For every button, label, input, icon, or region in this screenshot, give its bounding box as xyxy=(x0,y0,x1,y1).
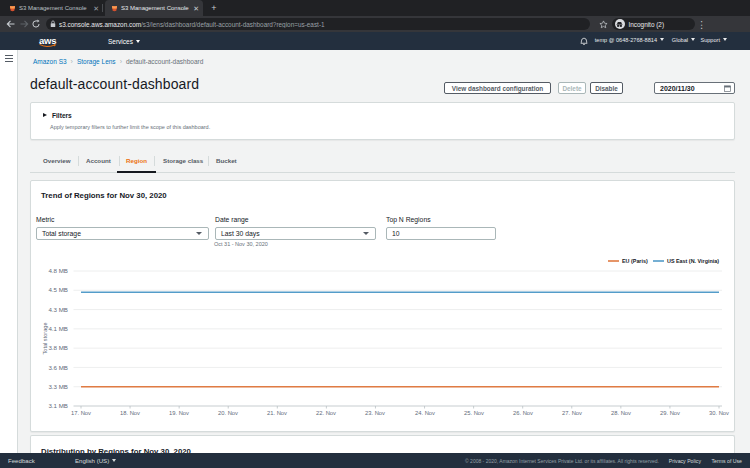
copyright-text: © 2008 - 2020, Amazon Internet Services … xyxy=(465,458,659,464)
metric-select[interactable]: Total storage xyxy=(36,227,209,240)
caret-down-icon xyxy=(112,459,116,462)
tab-separator xyxy=(102,4,103,12)
x-tick-label: 20. Nov xyxy=(218,410,238,416)
trend-line-chart: 4.8 MB4.5 MB4.3 MB4.1 MB3.8 MB3.6 MB3.3 … xyxy=(31,252,734,422)
x-tick-label: 28. Nov xyxy=(611,410,631,416)
filters-title-label: Filters xyxy=(52,112,72,119)
x-tick-label: 30. Nov xyxy=(709,410,729,416)
x-tick-label: 26. Nov xyxy=(513,410,533,416)
tab-overview[interactable]: Overview xyxy=(34,152,80,173)
y-tick-label: 4.8 MB xyxy=(48,267,68,274)
view-dashboard-configuration-button[interactable]: View dashboard configuration xyxy=(444,82,551,94)
aws-logo[interactable]: aws xyxy=(38,35,60,47)
url-host: s3.console.aws.amazon.com xyxy=(59,21,141,28)
language-select[interactable]: English (US) xyxy=(75,457,116,464)
browser-tab-bar: S3 Management Console ✕ S3 Management Co… xyxy=(0,0,750,16)
incognito-label: Incognito (2) xyxy=(629,21,665,28)
collapsed-sidebar xyxy=(0,50,18,453)
browser-menu-icon[interactable]: ⋮ xyxy=(697,18,703,31)
filters-description: Apply temporary filters to further limit… xyxy=(50,124,210,130)
bookmark-star-icon[interactable] xyxy=(599,20,608,29)
calendar-icon xyxy=(724,85,731,92)
x-tick-label: 17. Nov xyxy=(71,410,91,416)
breadcrumb-link-storage-lens[interactable]: Storage Lens xyxy=(77,58,116,65)
breadcrumb-current: default-account-dashboard xyxy=(126,58,203,65)
date-range-label: Date range xyxy=(215,216,249,223)
back-icon[interactable] xyxy=(6,19,16,29)
y-tick-label: 3.6 MB xyxy=(48,364,68,371)
tab-account[interactable]: Account xyxy=(77,152,120,173)
legend-label: EU (Paris) xyxy=(622,258,648,264)
tab-title: S3 Management Console xyxy=(121,5,193,11)
reload-icon[interactable] xyxy=(31,19,41,29)
region-menu[interactable]: Global xyxy=(672,37,695,43)
filters-header[interactable]: Filters xyxy=(43,112,72,119)
y-tick-label: 3.3 MB xyxy=(48,383,68,390)
page-content: Amazon S3›Storage Lens›default-account-d… xyxy=(0,50,750,453)
date-range-select[interactable]: Last 30 days xyxy=(215,227,376,240)
date-range-caption: Oct 31 - Nov 30, 2020 xyxy=(214,241,268,247)
lock-icon xyxy=(50,20,56,28)
x-tick-label: 23. Nov xyxy=(365,410,385,416)
tab-region[interactable]: Region xyxy=(117,152,156,173)
incognito-badge[interactable]: Incognito (2) xyxy=(612,18,695,30)
screenshot-stage: S3 Management Console ✕ S3 Management Co… xyxy=(0,0,750,468)
x-tick-label: 25. Nov xyxy=(464,410,484,416)
top-n-input[interactable]: 10 xyxy=(386,227,496,240)
metric-label: Metric xyxy=(36,216,55,223)
s3-favicon xyxy=(9,5,16,12)
tab-divider xyxy=(78,156,79,166)
disable-button[interactable]: Disable xyxy=(590,82,623,94)
tab-close-icon[interactable]: ✕ xyxy=(193,5,199,12)
svg-text:aws: aws xyxy=(39,35,56,46)
breadcrumb-separator: › xyxy=(71,58,73,65)
account-menu[interactable]: temp @ 0648-2768-8814 xyxy=(595,37,664,43)
x-tick-label: 22. Nov xyxy=(316,410,336,416)
caret-down-icon xyxy=(196,232,202,235)
expand-arrow-icon xyxy=(43,113,47,117)
tab-storage-class[interactable]: Storage class xyxy=(154,152,212,173)
y-tick-label: 3.8 MB xyxy=(48,344,68,351)
url-text: s3.console.aws.amazon.com/s3/lens/dashbo… xyxy=(59,21,325,28)
filters-panel: Filters Apply temporary filters to furth… xyxy=(30,102,735,140)
caret-down-icon xyxy=(136,40,140,43)
caret-down-icon xyxy=(363,232,369,235)
y-tick-label: 3.1 MB xyxy=(48,402,68,409)
date-value: 2020/11/30 xyxy=(660,85,695,92)
address-bar[interactable]: s3.console.aws.amazon.com/s3/lens/dashbo… xyxy=(46,18,590,30)
trend-panel: Trend of Regions for Nov 30, 2020 Metric… xyxy=(30,180,735,432)
caret-down-icon xyxy=(723,38,727,41)
hamburger-menu-icon[interactable] xyxy=(5,55,13,62)
browser-tab-active[interactable]: S3 Management Console ✕ xyxy=(105,0,203,16)
forward-icon[interactable] xyxy=(19,19,29,29)
x-tick-label: 29. Nov xyxy=(660,410,680,416)
y-tick-label: 4.5 MB xyxy=(48,286,68,293)
x-tick-label: 21. Nov xyxy=(267,410,287,416)
x-tick-label: 18. Nov xyxy=(120,410,140,416)
y-tick-label: 4.1 MB xyxy=(48,325,68,332)
delete-button[interactable]: Delete xyxy=(558,82,586,94)
browser-tab-inactive[interactable]: S3 Management Console ✕ xyxy=(3,0,103,16)
privacy-policy-link[interactable]: Privacy Policy xyxy=(669,458,701,464)
tab-divider xyxy=(119,156,120,166)
feedback-link[interactable]: Feedback xyxy=(8,457,35,464)
browser-toolbar: s3.console.aws.amazon.com/s3/lens/dashbo… xyxy=(0,16,750,32)
date-picker[interactable]: 2020/11/30 xyxy=(654,82,735,94)
tab-close-icon[interactable]: ✕ xyxy=(93,5,99,12)
top-n-label: Top N Regions xyxy=(386,216,431,223)
breadcrumb-link-s3[interactable]: Amazon S3 xyxy=(33,58,67,65)
tab-divider xyxy=(154,156,155,166)
breadcrumb: Amazon S3›Storage Lens›default-account-d… xyxy=(33,58,203,65)
support-menu[interactable]: Support xyxy=(700,37,727,43)
legend-label: US East (N. Virginia) xyxy=(667,258,719,264)
new-tab-button[interactable]: + xyxy=(209,3,219,13)
terms-of-use-link[interactable]: Terms of Use xyxy=(711,458,742,464)
notifications-bell-icon[interactable] xyxy=(580,37,588,46)
dashboard-tabs: OverviewAccountRegionStorage classBucket xyxy=(30,152,735,173)
caret-down-icon xyxy=(691,38,695,41)
services-menu[interactable]: Services xyxy=(108,38,140,45)
tab-bucket[interactable]: Bucket xyxy=(207,152,246,173)
s3-favicon xyxy=(111,5,118,12)
y-axis-title: Total storage xyxy=(42,322,48,354)
aws-footer: Feedback English (US) © 2008 - 2020, Ama… xyxy=(0,453,750,468)
